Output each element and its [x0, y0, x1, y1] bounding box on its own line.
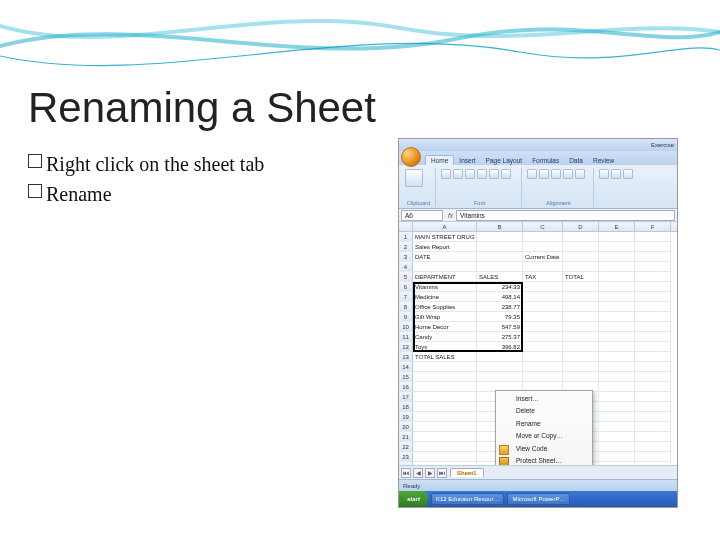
cell[interactable]: TOTAL	[563, 272, 599, 282]
row-header[interactable]: 10	[399, 322, 413, 332]
cell[interactable]	[635, 392, 671, 402]
cell[interactable]	[477, 262, 523, 272]
cell[interactable]	[599, 342, 635, 352]
row-header[interactable]: 1	[399, 232, 413, 242]
cell[interactable]	[635, 432, 671, 442]
row-header[interactable]: 2	[399, 242, 413, 252]
cell[interactable]	[523, 312, 563, 322]
cell[interactable]	[599, 352, 635, 362]
cell[interactable]	[635, 302, 671, 312]
col-header[interactable]: D	[563, 222, 599, 231]
cell[interactable]: 396.82	[477, 342, 523, 352]
ctx-rename[interactable]: Rename	[496, 418, 592, 430]
wrap-text-icon[interactable]	[563, 169, 573, 179]
cell[interactable]: 547.59	[477, 322, 523, 332]
cell[interactable]	[523, 322, 563, 332]
row-header[interactable]: 9	[399, 312, 413, 322]
cell[interactable]	[599, 452, 635, 462]
cell[interactable]: 234.33	[477, 282, 523, 292]
col-header[interactable]: E	[599, 222, 635, 231]
row-header[interactable]: 13	[399, 352, 413, 362]
cell[interactable]	[563, 252, 599, 262]
row-header[interactable]: 21	[399, 432, 413, 442]
cell[interactable]	[523, 242, 563, 252]
row-header[interactable]: 8	[399, 302, 413, 312]
row-header[interactable]: 6	[399, 282, 413, 292]
row-header[interactable]: 19	[399, 412, 413, 422]
cell[interactable]	[635, 282, 671, 292]
cell[interactable]	[599, 412, 635, 422]
cell[interactable]	[599, 272, 635, 282]
ribbon-tab-page-layout[interactable]: Page Layout	[481, 156, 528, 165]
cell[interactable]	[563, 262, 599, 272]
row-header[interactable]: 15	[399, 372, 413, 382]
cell[interactable]	[413, 462, 477, 465]
start-button[interactable]: start	[399, 491, 428, 507]
cell[interactable]	[599, 302, 635, 312]
cell[interactable]	[599, 292, 635, 302]
cell[interactable]	[599, 252, 635, 262]
fill-color-icon[interactable]	[489, 169, 499, 179]
cell[interactable]	[413, 452, 477, 462]
sheet-nav-next[interactable]: ▶	[425, 468, 435, 478]
cell[interactable]	[599, 232, 635, 242]
cells-icon[interactable]	[623, 169, 633, 179]
cell[interactable]	[599, 312, 635, 322]
cell[interactable]: Home Decor	[413, 322, 477, 332]
office-button[interactable]	[401, 147, 421, 167]
cell[interactable]: Office Supplies	[413, 302, 477, 312]
cell[interactable]	[599, 322, 635, 332]
ctx-protect-sheet[interactable]: Protect Sheet…	[496, 455, 592, 465]
ribbon-tab-review[interactable]: Review	[588, 156, 619, 165]
row-header[interactable]: 16	[399, 382, 413, 392]
sheet-nav-first[interactable]: ⏮	[401, 468, 411, 478]
row-header[interactable]: 17	[399, 392, 413, 402]
number-format-icon[interactable]	[599, 169, 609, 179]
cell[interactable]	[599, 382, 635, 392]
cell[interactable]	[477, 352, 523, 362]
sheet-tab[interactable]: Sheet1	[450, 468, 484, 477]
ribbon-tab-formulas[interactable]: Formulas	[527, 156, 564, 165]
cell[interactable]	[599, 242, 635, 252]
cell[interactable]: 498.14	[477, 292, 523, 302]
ctx-delete[interactable]: Delete	[496, 405, 592, 417]
cell[interactable]	[635, 442, 671, 452]
border-icon[interactable]	[477, 169, 487, 179]
cell[interactable]	[635, 252, 671, 262]
cell[interactable]	[635, 262, 671, 272]
col-header[interactable]: F	[635, 222, 671, 231]
cell[interactable]: TOTAL SALES	[413, 352, 477, 362]
row-header[interactable]: 4	[399, 262, 413, 272]
cell[interactable]	[413, 422, 477, 432]
cell[interactable]: Current Date	[523, 252, 563, 262]
cell[interactable]: 238.77	[477, 302, 523, 312]
ribbon-tab-insert[interactable]: Insert	[454, 156, 480, 165]
cell[interactable]	[523, 292, 563, 302]
cell[interactable]	[477, 232, 523, 242]
col-header[interactable]: B	[477, 222, 523, 231]
cell[interactable]	[599, 422, 635, 432]
formula-input[interactable]: Vitamins	[456, 210, 675, 221]
col-header[interactable]: C	[523, 222, 563, 231]
row-header[interactable]: 3	[399, 252, 413, 262]
cell[interactable]	[635, 332, 671, 342]
cell[interactable]	[635, 382, 671, 392]
cell[interactable]	[599, 262, 635, 272]
cell[interactable]	[563, 232, 599, 242]
cell[interactable]	[599, 462, 635, 465]
name-box[interactable]: A6	[401, 210, 443, 221]
cell[interactable]	[563, 332, 599, 342]
select-all-corner[interactable]	[399, 222, 413, 231]
cell[interactable]	[635, 452, 671, 462]
cell[interactable]	[523, 262, 563, 272]
ctx-view-code[interactable]: View Code	[496, 443, 592, 455]
cell[interactable]	[635, 422, 671, 432]
cell[interactable]	[477, 252, 523, 262]
row-header[interactable]: 20	[399, 422, 413, 432]
cell[interactable]	[599, 332, 635, 342]
cell[interactable]	[599, 402, 635, 412]
align-left-icon[interactable]	[527, 169, 537, 179]
ribbon-tab-data[interactable]: Data	[564, 156, 588, 165]
cell[interactable]	[599, 372, 635, 382]
cell[interactable]	[523, 332, 563, 342]
